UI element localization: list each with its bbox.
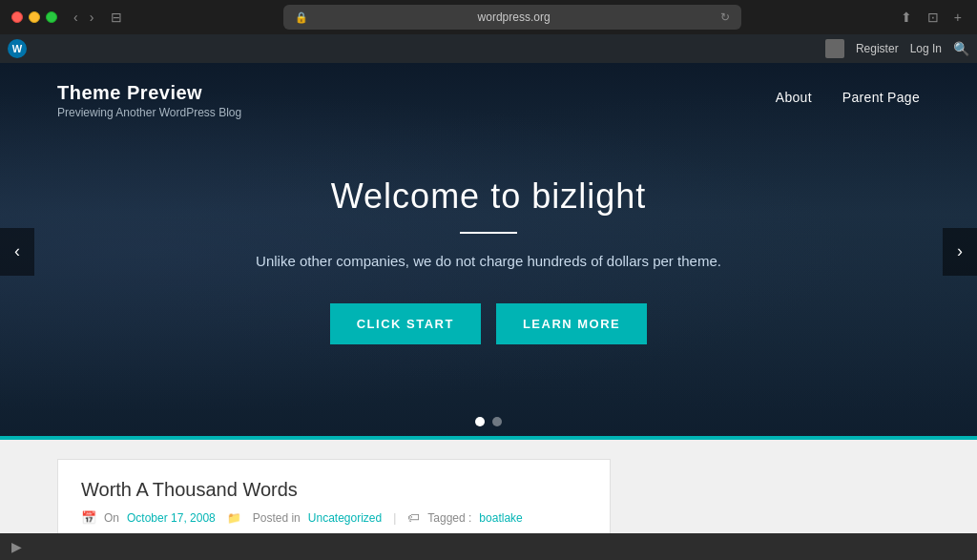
- post-meta: 📅 On October 17, 2008 📁 Posted in Uncate…: [81, 510, 587, 535]
- sidebar-toggle-button[interactable]: ⊟: [106, 8, 127, 27]
- register-link[interactable]: Register: [856, 42, 899, 55]
- nav-parent-page-link[interactable]: Parent Page: [842, 90, 920, 105]
- site-tagline: Previewing Another WordPress Blog: [57, 106, 241, 119]
- back-button[interactable]: ‹: [69, 8, 83, 27]
- url-text: wordpress.org: [314, 10, 715, 24]
- hero-divider: [460, 232, 517, 234]
- hero-title: Welcome to bizlight: [331, 176, 646, 217]
- carousel-next-button[interactable]: ›: [943, 228, 977, 276]
- posted-in-label: Posted in: [253, 511, 301, 525]
- post-date-link[interactable]: October 17, 2008: [127, 511, 216, 525]
- address-bar-container: 🔒 wordpress.org ↻: [135, 5, 888, 30]
- post-title: Worth A Thousand Words: [81, 479, 587, 501]
- site-branding: Theme Preview Previewing Another WordPre…: [57, 82, 241, 119]
- address-bar[interactable]: 🔒 wordpress.org ↻: [283, 5, 741, 30]
- website-content: ‹ Theme Preview Previewing Another WordP…: [0, 63, 977, 560]
- hero-section: ‹ Theme Preview Previewing Another WordP…: [0, 63, 977, 440]
- hero-buttons: CLICK START LEARN MORE: [330, 303, 648, 344]
- carousel-dots: [475, 417, 502, 426]
- click-start-button[interactable]: CLICK START: [330, 303, 481, 344]
- site-nav: About Parent Page: [776, 82, 920, 105]
- on-label: On: [104, 511, 119, 525]
- close-button[interactable]: [11, 11, 23, 23]
- reload-icon[interactable]: ↻: [720, 10, 730, 24]
- meta-separator-2: |: [393, 511, 396, 525]
- calendar-icon: 📅: [81, 510, 96, 525]
- minimize-button[interactable]: [29, 11, 40, 23]
- nav-about-link[interactable]: About: [776, 90, 812, 105]
- tag-link[interactable]: boatlake: [479, 511, 522, 525]
- play-button[interactable]: ▶: [11, 539, 22, 554]
- search-icon[interactable]: 🔍: [953, 41, 969, 56]
- meta-separator-1: 📁: [227, 511, 241, 525]
- traffic-lights: [11, 11, 57, 23]
- wp-admin-toolbar: W Register Log In 🔍: [0, 34, 977, 63]
- site-title: Theme Preview: [57, 82, 241, 104]
- carousel-dot-2[interactable]: [492, 417, 502, 426]
- category-link[interactable]: Uncategorized: [308, 511, 382, 525]
- title-bar: ‹ › ⊟ 🔒 wordpress.org ↻ ⬆ ⊡ +: [0, 0, 977, 34]
- login-link[interactable]: Log In: [910, 42, 942, 55]
- browser-actions: ⬆ ⊡ +: [897, 8, 966, 27]
- wp-logo[interactable]: W: [8, 39, 27, 58]
- lock-icon: 🔒: [295, 11, 308, 24]
- plus-button[interactable]: +: [950, 8, 966, 27]
- nav-buttons: ‹ ›: [69, 8, 98, 27]
- carousel-prev-button[interactable]: ‹: [0, 228, 34, 276]
- user-avatar: [825, 39, 844, 58]
- media-bar: ▶: [0, 533, 977, 560]
- forward-button[interactable]: ›: [85, 8, 99, 27]
- learn-more-button[interactable]: LEARN MORE: [496, 303, 647, 344]
- site-header: Theme Preview Previewing Another WordPre…: [0, 63, 977, 119]
- hero-subtitle: Unlike other companies, we do not charge…: [256, 253, 721, 269]
- tag-icon: 🏷: [407, 510, 420, 525]
- share-button[interactable]: ⬆: [897, 8, 916, 27]
- new-tab-button[interactable]: ⊡: [924, 8, 943, 27]
- toolbar-right: Register Log In 🔍: [825, 39, 969, 58]
- browser-window: ‹ › ⊟ 🔒 wordpress.org ↻ ⬆ ⊡ + W Register…: [0, 0, 977, 560]
- maximize-button[interactable]: [46, 11, 57, 23]
- carousel-dot-1[interactable]: [475, 417, 485, 426]
- tagged-label: Tagged :: [427, 511, 471, 525]
- hero-content: Welcome to bizlight Unlike other compani…: [0, 119, 977, 440]
